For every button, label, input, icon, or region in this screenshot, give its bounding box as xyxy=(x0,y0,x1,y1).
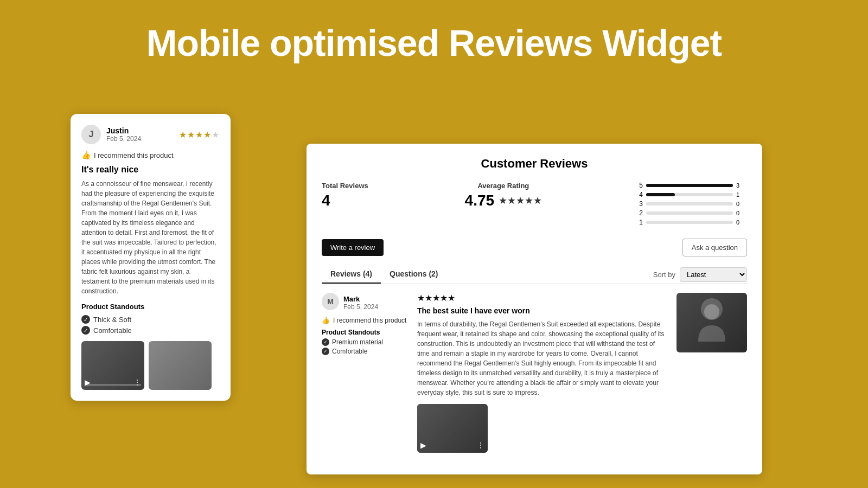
avg-rating-section: Average Rating 4.75 ★★★★★ xyxy=(465,182,542,209)
video-thumb-2[interactable] xyxy=(149,341,212,390)
desktop-stars: ★★★★★ xyxy=(417,293,668,303)
review-title: It's really nice xyxy=(81,165,220,175)
bar-count-3: 0 xyxy=(736,201,747,207)
media-row: ▶ ⋮ xyxy=(81,341,220,390)
write-review-button[interactable]: Write a review xyxy=(322,239,384,256)
desktop-standout-1: ✓ Premium material xyxy=(322,338,409,346)
desktop-check-icon-2: ✓ xyxy=(322,348,329,355)
bar-row-2: 2 0 xyxy=(639,209,747,217)
svg-point-0 xyxy=(704,304,719,319)
bar-label-3: 3 xyxy=(639,200,643,208)
bar-count-4: 1 xyxy=(736,191,747,198)
review-entry: M Mark Feb 5, 2024 👍 I recommend this pr… xyxy=(322,293,747,461)
summary-row: Total Reviews 4 Average Rating 4.75 ★★★★… xyxy=(322,182,747,228)
check-icon: ✓ xyxy=(81,315,90,324)
person-silhouette xyxy=(695,301,728,344)
check-icon-2: ✓ xyxy=(81,326,90,335)
standouts-label: Product Standouts xyxy=(81,303,220,311)
mobile-review-card: J Justin Feb 5, 2024 ★★★★★ 👍 I recommend… xyxy=(71,114,231,401)
video-progress-bar xyxy=(85,384,141,386)
bar-count-1: 0 xyxy=(736,219,747,226)
sort-row: Sort by Latest Oldest Highest Rating Low… xyxy=(653,267,747,282)
person-photo xyxy=(676,293,747,352)
desktop-video-thumb[interactable]: ▶ ⋮ xyxy=(417,404,488,453)
widget-title: Customer Reviews xyxy=(322,157,747,171)
desktop-review-body: In terms of durability, the Regal Gentle… xyxy=(417,319,668,397)
page-title: Mobile optimised Reviews Widget xyxy=(0,0,868,80)
standout-text-2: Comfortable xyxy=(93,326,132,335)
reviewer-info: Justin Feb 5, 2024 xyxy=(106,126,141,143)
avatar: J xyxy=(81,125,101,144)
standout-text-1: Thick & Soft xyxy=(93,316,131,324)
desktop-more-icon[interactable]: ⋮ xyxy=(477,441,484,450)
reviewer-name: Justin xyxy=(106,126,141,135)
bar-label-1: 1 xyxy=(639,219,643,226)
star-rating: ★★★★★ xyxy=(179,130,220,140)
total-reviews-count: 4 xyxy=(322,192,368,209)
desktop-standout-2: ✓ Comfortable xyxy=(322,348,409,355)
review-right xyxy=(676,293,747,453)
ask-question-button[interactable]: Ask a question xyxy=(682,239,747,256)
total-reviews-label: Total Reviews xyxy=(322,182,368,190)
bar-row-4: 4 1 xyxy=(639,191,747,198)
avg-stars: ★★★★★ xyxy=(499,195,542,207)
thumbs-up-icon: 👍 xyxy=(81,151,91,159)
desktop-review-date: Feb 5, 2024 xyxy=(343,303,378,311)
tab-reviews[interactable]: Reviews (4) xyxy=(322,265,381,284)
reviewer-header: J Justin Feb 5, 2024 ★★★★★ xyxy=(81,125,220,144)
review-body: As a connoisseur of fine menswear, I rec… xyxy=(81,179,220,296)
bar-row-3: 3 0 xyxy=(639,200,747,208)
sort-select[interactable]: Latest Oldest Highest Rating Lowest Rati… xyxy=(680,267,747,282)
desktop-standouts-label: Product Standouts xyxy=(322,329,409,336)
desktop-standout-text-1: Premium material xyxy=(332,338,383,346)
recommend-text: I recommend this product xyxy=(94,151,174,159)
tabs-left: Reviews (4) Questions (2) xyxy=(322,265,447,284)
bar-row-1: 1 0 xyxy=(639,219,747,226)
standout-comfortable: ✓ Comfortable xyxy=(81,326,220,335)
bar-count-5: 3 xyxy=(736,182,747,189)
standout-thick-soft: ✓ Thick & Soft xyxy=(81,315,220,324)
review-left: M Mark Feb 5, 2024 👍 I recommend this pr… xyxy=(322,293,409,453)
thumbs-up-icon-2: 👍 xyxy=(322,317,330,324)
desktop-recommend-text: I recommend this product xyxy=(333,317,406,324)
tabs-row: Reviews (4) Questions (2) Sort by Latest… xyxy=(322,265,747,284)
bar-label-4: 4 xyxy=(639,191,643,198)
bar-row-5: 5 3 xyxy=(639,182,747,189)
desktop-review-widget: Customer Reviews Total Reviews 4 Average… xyxy=(307,144,762,474)
avg-rating-value: 4.75 xyxy=(465,192,495,209)
sort-label: Sort by xyxy=(653,271,675,279)
video-thumb-1[interactable]: ▶ ⋮ xyxy=(81,341,144,390)
desktop-review-title: The best suite I have ever worn xyxy=(417,306,668,315)
desktop-check-icon-1: ✓ xyxy=(322,338,329,346)
tab-questions[interactable]: Questions (2) xyxy=(381,265,446,284)
desktop-play-icon[interactable]: ▶ xyxy=(420,441,426,450)
desktop-standout-text-2: Comfortable xyxy=(332,348,367,355)
desktop-recommend: 👍 I recommend this product xyxy=(322,317,409,324)
avg-rating-label: Average Rating xyxy=(465,182,542,190)
total-reviews-section: Total Reviews 4 xyxy=(322,182,368,209)
rating-bars-section: 5 3 4 1 3 0 2 0 1 0 xyxy=(639,182,747,228)
desktop-reviewer-name: Mark xyxy=(343,295,378,303)
desktop-avatar: M xyxy=(322,293,339,310)
bar-label-5: 5 xyxy=(639,182,643,189)
bar-label-2: 2 xyxy=(639,209,643,217)
recommend-line: 👍 I recommend this product xyxy=(81,151,220,159)
review-date: Feb 5, 2024 xyxy=(106,135,141,143)
review-middle: ★★★★★ The best suite I have ever worn In… xyxy=(417,293,668,453)
bar-count-2: 0 xyxy=(736,210,747,216)
